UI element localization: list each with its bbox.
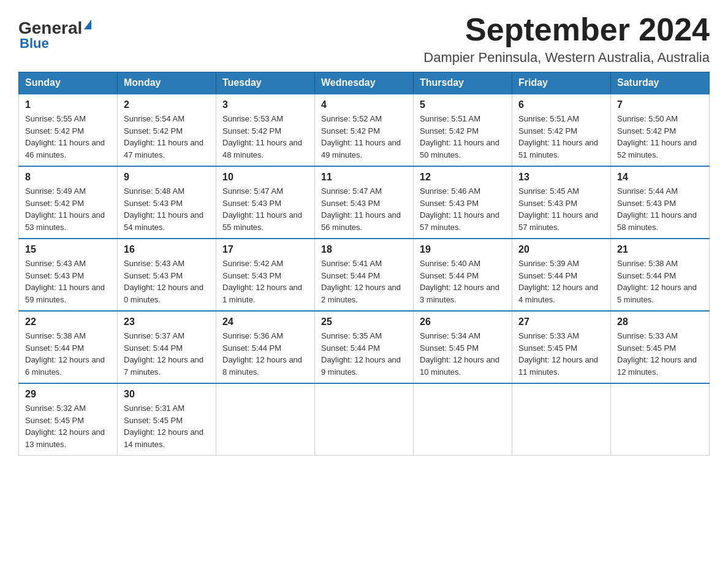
day-number: 20	[518, 244, 604, 255]
calendar-cell: 18Sunrise: 5:41 AMSunset: 5:44 PMDayligh…	[315, 239, 414, 311]
calendar-cell: 2Sunrise: 5:54 AMSunset: 5:42 PMDaylight…	[118, 94, 216, 166]
day-number: 2	[124, 99, 210, 110]
day-number: 23	[124, 316, 210, 327]
day-number: 14	[617, 172, 703, 183]
calendar-cell	[216, 383, 315, 456]
day-info: Sunrise: 5:54 AMSunset: 5:42 PMDaylight:…	[124, 114, 203, 159]
calendar-cell: 1Sunrise: 5:55 AMSunset: 5:42 PMDaylight…	[19, 94, 118, 166]
day-number: 19	[420, 244, 506, 255]
day-info: Sunrise: 5:38 AMSunset: 5:44 PMDaylight:…	[25, 331, 105, 377]
day-number: 22	[25, 316, 111, 327]
day-info: Sunrise: 5:46 AMSunset: 5:43 PMDaylight:…	[420, 186, 499, 232]
week-row-1: 1Sunrise: 5:55 AMSunset: 5:42 PMDaylight…	[19, 94, 710, 166]
day-number: 16	[124, 244, 210, 255]
day-info: Sunrise: 5:34 AMSunset: 5:45 PMDaylight:…	[420, 331, 499, 377]
weekday-header-saturday: Saturday	[611, 72, 710, 94]
calendar-cell: 6Sunrise: 5:51 AMSunset: 5:42 PMDaylight…	[512, 94, 611, 166]
day-info: Sunrise: 5:39 AMSunset: 5:44 PMDaylight:…	[518, 259, 598, 304]
day-number: 27	[518, 316, 604, 327]
day-number: 6	[518, 99, 604, 110]
day-number: 12	[420, 172, 506, 183]
day-info: Sunrise: 5:32 AMSunset: 5:45 PMDaylight:…	[25, 404, 105, 449]
day-info: Sunrise: 5:36 AMSunset: 5:44 PMDaylight:…	[222, 331, 302, 377]
day-number: 13	[518, 172, 604, 183]
calendar-cell: 26Sunrise: 5:34 AMSunset: 5:45 PMDayligh…	[414, 311, 512, 383]
calendar-cell: 8Sunrise: 5:49 AMSunset: 5:42 PMDaylight…	[19, 166, 118, 239]
location-title: Dampier Peninsula, Western Australia, Au…	[423, 50, 710, 66]
calendar-cell: 16Sunrise: 5:43 AMSunset: 5:43 PMDayligh…	[118, 239, 216, 311]
calendar-cell: 13Sunrise: 5:45 AMSunset: 5:43 PMDayligh…	[512, 166, 611, 239]
calendar-cell: 17Sunrise: 5:42 AMSunset: 5:43 PMDayligh…	[216, 239, 315, 311]
day-info: Sunrise: 5:48 AMSunset: 5:43 PMDaylight:…	[124, 186, 203, 232]
day-info: Sunrise: 5:31 AMSunset: 5:45 PMDaylight:…	[124, 404, 203, 449]
day-info: Sunrise: 5:51 AMSunset: 5:42 PMDaylight:…	[518, 114, 598, 159]
day-number: 4	[321, 99, 407, 110]
day-number: 17	[222, 244, 308, 255]
calendar-cell: 24Sunrise: 5:36 AMSunset: 5:44 PMDayligh…	[216, 311, 315, 383]
header: General Blue September 2024 Dampier Peni…	[18, 12, 710, 66]
day-info: Sunrise: 5:49 AMSunset: 5:42 PMDaylight:…	[25, 186, 105, 232]
weekday-header-sunday: Sunday	[19, 72, 118, 94]
weekday-header-monday: Monday	[118, 72, 216, 94]
day-info: Sunrise: 5:33 AMSunset: 5:45 PMDaylight:…	[518, 331, 598, 377]
calendar-cell	[611, 383, 710, 456]
day-info: Sunrise: 5:37 AMSunset: 5:44 PMDaylight:…	[124, 331, 203, 377]
day-info: Sunrise: 5:33 AMSunset: 5:45 PMDaylight:…	[617, 331, 697, 377]
logo-arrow-icon	[84, 20, 91, 29]
calendar-cell: 27Sunrise: 5:33 AMSunset: 5:45 PMDayligh…	[512, 311, 611, 383]
calendar-cell: 14Sunrise: 5:44 AMSunset: 5:43 PMDayligh…	[611, 166, 710, 239]
day-number: 10	[222, 172, 308, 183]
week-row-2: 8Sunrise: 5:49 AMSunset: 5:42 PMDaylight…	[19, 166, 710, 239]
calendar-cell: 22Sunrise: 5:38 AMSunset: 5:44 PMDayligh…	[19, 311, 118, 383]
day-number: 15	[25, 244, 111, 255]
calendar-cell: 15Sunrise: 5:43 AMSunset: 5:43 PMDayligh…	[19, 239, 118, 311]
day-number: 28	[617, 316, 703, 327]
weekday-header-row: SundayMondayTuesdayWednesdayThursdayFrid…	[19, 72, 710, 94]
calendar-table: SundayMondayTuesdayWednesdayThursdayFrid…	[18, 72, 710, 456]
calendar-cell: 23Sunrise: 5:37 AMSunset: 5:44 PMDayligh…	[118, 311, 216, 383]
day-info: Sunrise: 5:55 AMSunset: 5:42 PMDaylight:…	[25, 114, 105, 159]
calendar-cell: 4Sunrise: 5:52 AMSunset: 5:42 PMDaylight…	[315, 94, 414, 166]
day-info: Sunrise: 5:45 AMSunset: 5:43 PMDaylight:…	[518, 186, 598, 232]
day-number: 26	[420, 316, 506, 327]
calendar-cell: 20Sunrise: 5:39 AMSunset: 5:44 PMDayligh…	[512, 239, 611, 311]
day-info: Sunrise: 5:50 AMSunset: 5:42 PMDaylight:…	[617, 114, 697, 159]
day-number: 7	[617, 99, 703, 110]
day-info: Sunrise: 5:43 AMSunset: 5:43 PMDaylight:…	[25, 259, 105, 304]
calendar-cell: 7Sunrise: 5:50 AMSunset: 5:42 PMDaylight…	[611, 94, 710, 166]
day-info: Sunrise: 5:52 AMSunset: 5:42 PMDaylight:…	[321, 114, 401, 159]
day-info: Sunrise: 5:42 AMSunset: 5:43 PMDaylight:…	[222, 259, 302, 304]
day-number: 11	[321, 172, 407, 183]
weekday-header-thursday: Thursday	[414, 72, 512, 94]
day-number: 1	[25, 99, 111, 110]
calendar-cell: 9Sunrise: 5:48 AMSunset: 5:43 PMDaylight…	[118, 166, 216, 239]
calendar-cell: 11Sunrise: 5:47 AMSunset: 5:43 PMDayligh…	[315, 166, 414, 239]
week-row-5: 29Sunrise: 5:32 AMSunset: 5:45 PMDayligh…	[19, 383, 710, 456]
month-title: September 2024	[423, 12, 710, 47]
day-info: Sunrise: 5:51 AMSunset: 5:42 PMDaylight:…	[420, 114, 499, 159]
calendar-cell: 5Sunrise: 5:51 AMSunset: 5:42 PMDaylight…	[414, 94, 512, 166]
day-info: Sunrise: 5:41 AMSunset: 5:44 PMDaylight:…	[321, 259, 401, 304]
day-info: Sunrise: 5:47 AMSunset: 5:43 PMDaylight:…	[321, 186, 401, 232]
day-number: 21	[617, 244, 703, 255]
weekday-header-friday: Friday	[512, 72, 611, 94]
logo-blue: Blue	[20, 36, 49, 52]
week-row-3: 15Sunrise: 5:43 AMSunset: 5:43 PMDayligh…	[19, 239, 710, 311]
calendar-cell	[512, 383, 611, 456]
weekday-header-tuesday: Tuesday	[216, 72, 315, 94]
day-info: Sunrise: 5:38 AMSunset: 5:44 PMDaylight:…	[617, 259, 697, 304]
calendar-cell	[414, 383, 512, 456]
day-info: Sunrise: 5:43 AMSunset: 5:43 PMDaylight:…	[124, 259, 203, 304]
day-number: 24	[222, 316, 308, 327]
day-number: 29	[25, 389, 111, 400]
day-info: Sunrise: 5:44 AMSunset: 5:43 PMDaylight:…	[617, 186, 697, 232]
title-area: September 2024 Dampier Peninsula, Wester…	[423, 12, 710, 66]
calendar-cell: 30Sunrise: 5:31 AMSunset: 5:45 PMDayligh…	[118, 383, 216, 456]
day-info: Sunrise: 5:35 AMSunset: 5:44 PMDaylight:…	[321, 331, 401, 377]
calendar-cell: 25Sunrise: 5:35 AMSunset: 5:44 PMDayligh…	[315, 311, 414, 383]
day-number: 25	[321, 316, 407, 327]
day-number: 9	[124, 172, 210, 183]
calendar-cell: 21Sunrise: 5:38 AMSunset: 5:44 PMDayligh…	[611, 239, 710, 311]
logo: General Blue	[18, 12, 91, 52]
calendar-cell: 12Sunrise: 5:46 AMSunset: 5:43 PMDayligh…	[414, 166, 512, 239]
